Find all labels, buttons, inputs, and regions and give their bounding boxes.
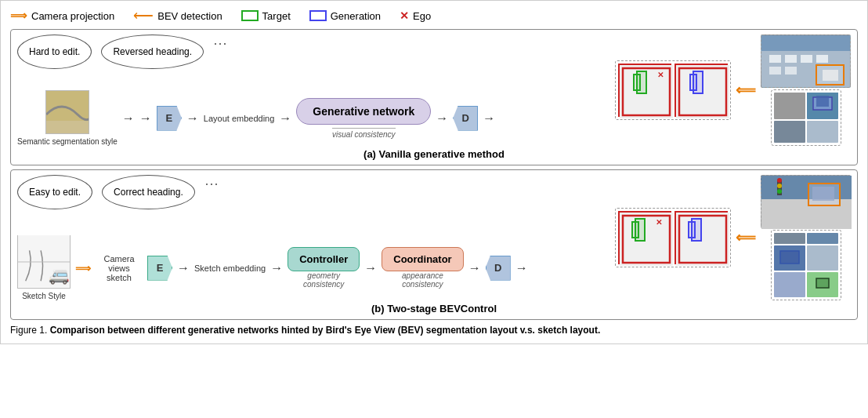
- legend-target: Target: [241, 10, 291, 22]
- svg-rect-16: [816, 55, 828, 63]
- decoder-a-label: D: [462, 112, 469, 124]
- ego-label: Ego: [413, 10, 431, 22]
- panel-b-bev-pair: ✕: [615, 208, 731, 267]
- svg-rect-42: [812, 187, 834, 201]
- bubble-hard-to-edit-text: Hard to edit.: [29, 46, 80, 57]
- bubble-correct-heading-text: Correct heading.: [114, 187, 183, 198]
- arrow-seg-to-encoder2: →: [139, 111, 152, 125]
- svg-rect-46: [816, 278, 829, 288]
- bev-detection-label: BEV detection: [157, 10, 222, 22]
- ego-x-icon: ✕: [400, 9, 409, 22]
- layout-embedding-label: Layout embedding: [204, 114, 275, 123]
- svg-point-39: [777, 184, 782, 188]
- svg-rect-10: [690, 75, 696, 90]
- visual-consistency-label: visual consistency: [332, 128, 396, 139]
- sketch-style-col: 🚐 Sketch Style: [17, 235, 71, 300]
- svg-rect-5: [634, 75, 640, 90]
- decoder-b-col: D: [486, 256, 511, 281]
- arrow-gen-to-dec: →: [436, 111, 448, 125]
- camera-projection-arrow-icon: ⟹: [10, 9, 27, 23]
- controller-label: Controller: [299, 253, 348, 265]
- legend-camera-projection: ⟹ Camera projection: [10, 9, 114, 23]
- panel-b-camera-col: [761, 175, 851, 300]
- coordinator-col: Coordinator appearance consistency: [382, 247, 463, 289]
- cam-cell-b6-top-svg: [807, 272, 838, 297]
- encoder-a-col: E: [157, 106, 182, 131]
- svg-text:🚐: 🚐: [49, 265, 70, 285]
- caption-bold: Comparison between different generative …: [50, 325, 601, 336]
- seg-style-svg: [46, 91, 89, 134]
- arrow-sketch-to-ctrl: →: [270, 261, 283, 275]
- decoder-a-col: D: [453, 106, 478, 131]
- encoder-b-label: E: [157, 262, 164, 274]
- svg-rect-15: [801, 55, 812, 63]
- svg-rect-31: [676, 213, 729, 266]
- figure-caption: Figure 1. Comparison between different g…: [10, 324, 858, 337]
- arrow-dec-to-output-b: →: [515, 261, 528, 275]
- bubble-reversed-heading-text: Reversed heading.: [113, 46, 192, 57]
- svg-rect-34: [689, 222, 695, 238]
- svg-point-38: [777, 178, 782, 183]
- svg-rect-13: [769, 55, 781, 63]
- sketch-embedding-col: Sketch embedding: [194, 264, 266, 273]
- bev-gen-svg: [676, 65, 729, 118]
- bev-detection-arrow: ⟸: [736, 82, 756, 99]
- panel-a-camera-col: [761, 35, 851, 146]
- cam-cell-b1: [774, 233, 805, 244]
- caption-prefix: Figure 1.: [10, 325, 47, 336]
- panel-b-bev-generation: [675, 211, 728, 264]
- gen-network-box: Generative network: [296, 98, 431, 125]
- panel-b: Easy to edit. Correct heading. ⋯: [10, 169, 858, 320]
- camera-projection-arrow-b: ⟹: [75, 262, 91, 274]
- generation-box-icon: [309, 10, 327, 21]
- sketch-svg: 🚐: [18, 234, 70, 288]
- encoder-b-box: E: [147, 256, 172, 281]
- svg-text:✕: ✕: [656, 218, 662, 227]
- bev-detection-arrow-b: ⟸: [736, 229, 756, 246]
- bubble-easy-to-edit-text: Easy to edit.: [29, 187, 81, 198]
- sketch-embedding-label: Sketch embedding: [194, 264, 266, 273]
- panel-a-bev-pair: ✕: [615, 60, 731, 120]
- bev-b-target-svg: ✕: [620, 213, 673, 266]
- arrow-enc-to-sketch: →: [177, 261, 190, 275]
- bubble-correct-heading: Correct heading.: [102, 175, 195, 209]
- panel-a-right: ✕ ⟸: [615, 35, 851, 146]
- panel-a-bubbles: Hard to edit. Reversed heading. ⋯: [17, 35, 609, 69]
- camera-views-label: Camera views sketch: [96, 254, 143, 282]
- cam-cell-3: [774, 121, 805, 143]
- bubble-easy-to-edit-cloud: Easy to edit.: [17, 175, 92, 209]
- decoder-a-box: D: [453, 106, 478, 131]
- gen-network-col: Generative network visual consistency: [296, 98, 431, 139]
- legend-row: ⟹ Camera projection ⟵ BEV detection Targ…: [10, 7, 858, 24]
- cam-cell-b5: [774, 272, 805, 297]
- panel-b-flow: 🚐 Sketch Style ⟹ Camera views sketch: [17, 235, 609, 300]
- bev-target-svg: ✕: [620, 65, 673, 118]
- generation-label: Generation: [331, 10, 381, 22]
- sketch-style-image: 🚐: [17, 235, 71, 289]
- panel-a-label: (a) Vanilla generative method: [17, 148, 851, 160]
- cam-cell-1: [774, 93, 805, 119]
- gen-network-label: Generative network: [313, 105, 414, 118]
- encoder-a-box: E: [157, 106, 182, 131]
- bubble-hard-to-edit: Hard to edit.: [17, 35, 92, 69]
- coordinator-box: Coordinator: [382, 247, 463, 271]
- controller-col: Controller geometry consistency: [288, 247, 360, 289]
- building-svg: [761, 35, 851, 88]
- bev-b-gen-svg: [676, 213, 729, 266]
- seg-style-col: Semantic segmentation style: [17, 90, 118, 146]
- svg-rect-44: [780, 251, 799, 264]
- svg-rect-26: [620, 213, 673, 266]
- panel-a-bev-target: ✕: [618, 64, 671, 117]
- svg-rect-14: [785, 55, 797, 63]
- cam-cell-b3: [774, 245, 805, 271]
- road-svg: [761, 176, 852, 229]
- legend-ego: ✕ Ego: [400, 9, 431, 22]
- arrow-ctrl-to-coord: →: [364, 261, 377, 275]
- cam-cell-b6: [807, 272, 838, 297]
- svg-rect-1: [46, 121, 89, 134]
- panel-b-left: Easy to edit. Correct heading. ⋯: [17, 175, 609, 300]
- layout-embedding-col: Layout embedding: [204, 114, 275, 123]
- bubble-correct-heading-cloud: Correct heading.: [102, 175, 195, 209]
- decoder-b-box: D: [486, 256, 511, 281]
- panel-b-label: (b) Two-stage BEVControl: [17, 303, 851, 314]
